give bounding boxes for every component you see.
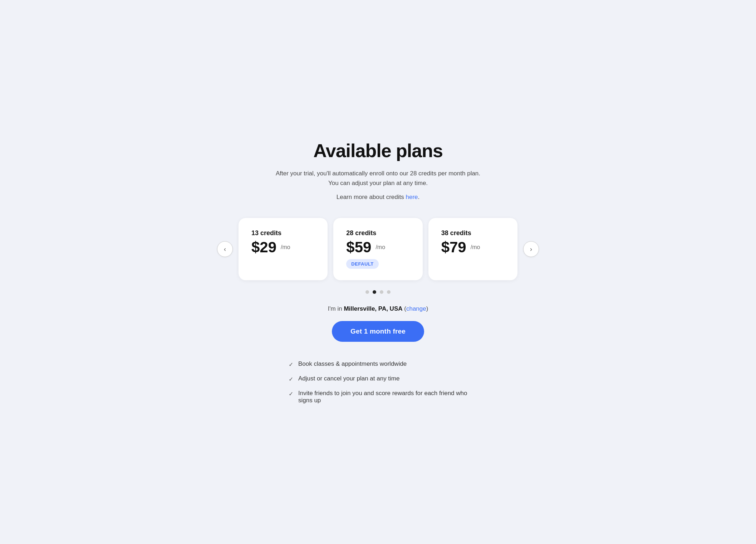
dot-4[interactable] [387, 290, 391, 294]
subtitle: After your trial, you'll automatically e… [271, 169, 485, 188]
credits-period: . [418, 194, 420, 200]
plans-container: 13 credits $29 /mo 28 credits $59 /mo DE… [239, 218, 517, 280]
dot-2[interactable] [373, 290, 376, 294]
plan-card-28[interactable]: 28 credits $59 /mo DEFAULT [333, 218, 422, 280]
page-container: Available plans After your trial, you'll… [217, 140, 539, 404]
cta-button[interactable]: Get 1 month free [332, 321, 424, 342]
credits-text-prefix: Learn more about credits [337, 194, 406, 200]
header-section: Available plans After your trial, you'll… [271, 140, 485, 201]
plan-price-row-28: $59 /mo DEFAULT [346, 240, 409, 269]
location-prefix: I'm in [328, 305, 344, 312]
location-change-link[interactable]: change [406, 305, 426, 312]
credits-info: Learn more about credits here. [271, 194, 485, 201]
plan-price-38: $79 [441, 240, 466, 255]
location-place: Millersville, PA, USA [344, 305, 402, 312]
plan-price-mo-28: /mo [375, 244, 385, 251]
check-icon-3: ✓ [289, 390, 293, 397]
plan-price-row-38: $79 /mo [441, 240, 505, 255]
plan-price-13: $29 [251, 240, 276, 255]
feature-item-1: ✓ Book classes & appointments worldwide [289, 360, 407, 368]
feature-item-3: ✓ Invite friends to join you and score r… [289, 390, 467, 404]
check-icon-2: ✓ [289, 376, 293, 383]
plan-price-row-13: $29 /mo [251, 240, 315, 255]
plan-card-13[interactable]: 13 credits $29 /mo [239, 218, 328, 280]
carousel-next-button[interactable]: › [523, 241, 539, 257]
feature-item-2: ✓ Adjust or cancel your plan at any time [289, 375, 399, 383]
carousel-prev-button[interactable]: ‹ [217, 241, 233, 257]
carousel-section: ‹ 13 credits $29 /mo 28 credits $59 /mo … [217, 218, 539, 280]
chevron-left-icon: ‹ [224, 246, 226, 253]
location-paren-close: ) [426, 305, 428, 312]
plan-price-28: $59 [346, 240, 371, 255]
plan-credits-28: 28 credits [346, 229, 409, 237]
page-title: Available plans [271, 140, 485, 161]
location-text: I'm in Millersville, PA, USA (change) [328, 305, 428, 312]
check-icon-1: ✓ [289, 361, 293, 368]
plan-price-mo-13: /mo [281, 244, 290, 251]
credits-link[interactable]: here [406, 194, 418, 200]
plan-card-38[interactable]: 38 credits $79 /mo [428, 218, 517, 280]
dot-1[interactable] [365, 290, 369, 294]
features-list: ✓ Book classes & appointments worldwide … [289, 360, 467, 404]
plan-credits-13: 13 credits [251, 229, 315, 237]
default-badge: DEFAULT [346, 259, 378, 269]
location-row: I'm in Millersville, PA, USA (change) [328, 305, 428, 312]
chevron-right-icon: › [530, 246, 532, 253]
feature-text-1: Book classes & appointments worldwide [298, 360, 407, 368]
carousel-dots [365, 290, 391, 294]
plan-price-mo-38: /mo [471, 244, 480, 251]
feature-text-2: Adjust or cancel your plan at any time [298, 375, 399, 382]
plan-credits-38: 38 credits [441, 229, 505, 237]
dot-3[interactable] [380, 290, 383, 294]
feature-text-3: Invite friends to join you and score rew… [298, 390, 467, 404]
